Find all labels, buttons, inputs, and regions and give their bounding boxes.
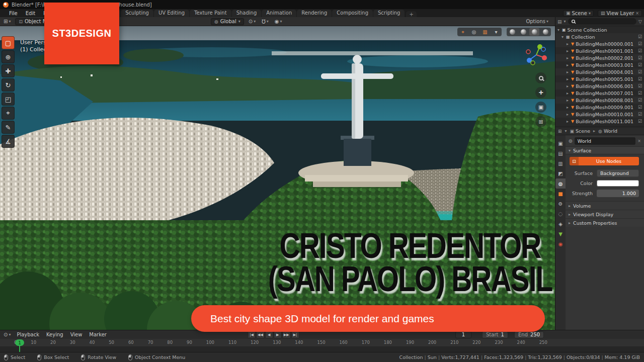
checkbox-icon[interactable]: ☑ <box>638 55 642 60</box>
disclosure-icon[interactable]: ▸ <box>567 56 571 60</box>
viewport-tool-button[interactable]: ⊕ <box>2 50 15 63</box>
checkbox-icon[interactable]: ☑ <box>638 83 642 88</box>
scene-selector[interactable]: ▣ Scene ▾ <box>563 10 594 17</box>
camera-view-button[interactable]: ▣ <box>535 102 546 113</box>
properties-tab[interactable]: ⚙ <box>555 199 566 209</box>
timeline-ruler[interactable]: 0102030405060708090100110120130140150160… <box>0 339 644 352</box>
checkbox-icon[interactable]: ☑ <box>638 62 642 67</box>
add-workspace-button[interactable]: + <box>406 11 416 17</box>
search-input[interactable] <box>578 19 634 24</box>
properties-tab[interactable]: ◩ <box>555 168 566 178</box>
wireframe-shading-button[interactable] <box>507 28 517 36</box>
workspace-tab[interactable]: Texture Paint <box>190 10 231 17</box>
snap-toggle[interactable]: Ω ▾ <box>260 19 270 24</box>
outliner-object-row[interactable]: ▸ ▼ BuildingMesh00010.001 ☑ <box>555 111 644 118</box>
outliner-search[interactable] <box>568 18 637 25</box>
outliner-object-row[interactable]: ▸ ▼ BuildingMesh00001.001 ☑ <box>555 47 644 54</box>
disclosure-icon[interactable]: ▾ <box>561 35 566 39</box>
viewport-toggle-button[interactable]: ◎ <box>469 28 479 36</box>
viewport-toggle-button[interactable]: ▥ <box>480 28 490 36</box>
close-icon[interactable]: × <box>635 11 639 16</box>
checkbox-icon[interactable]: ☑ <box>638 98 642 103</box>
outliner-object-row[interactable]: ▸ ▼ BuildingMesh00000.001 ☑ <box>555 40 644 47</box>
disclosure-icon[interactable]: ▸ <box>567 70 571 74</box>
playback-button[interactable]: ▶| <box>291 331 299 338</box>
color-swatch[interactable] <box>597 180 639 187</box>
pan-button[interactable]: ✚ <box>535 87 546 98</box>
disclosure-icon[interactable]: ▸ <box>567 91 571 96</box>
viewport-tool-button[interactable]: ⌖ <box>2 107 15 120</box>
viewport-toggle-button[interactable]: ▾ <box>491 28 501 36</box>
workspace-tab[interactable]: Animation <box>262 10 296 17</box>
disclosure-icon[interactable]: ▸ <box>567 84 571 88</box>
orientation-selector[interactable]: ◍ Global ▾ <box>211 18 244 25</box>
disclosure-icon[interactable]: ▸ <box>567 49 571 53</box>
surface-type-dropdown[interactable]: Background <box>597 169 639 177</box>
options-dropdown[interactable]: Options ▾ <box>524 19 550 24</box>
properties-tab[interactable]: ▥ <box>555 158 566 168</box>
properties-tab[interactable]: ◌ <box>555 209 566 219</box>
frame-end-field[interactable]: End 250 <box>514 331 544 338</box>
collapsed-panel-header[interactable]: ▸ Viewport Display <box>566 210 644 218</box>
checkbox-icon[interactable]: ☑ <box>638 69 642 74</box>
collapsed-panel-header[interactable]: ▸ Volume <box>566 201 644 210</box>
outliner-object-row[interactable]: ▸ ▼ BuildingMesh00006.001 ☑ <box>555 82 644 89</box>
close-icon[interactable]: × <box>637 139 641 143</box>
solid-shading-button[interactable] <box>518 28 528 36</box>
outliner-object-row[interactable]: ▸ ▼ BuildingMesh00011.001 ☑ <box>555 118 644 125</box>
outliner-object-row[interactable]: ▸ ▼ BuildingMesh00005.001 ☑ <box>555 75 644 82</box>
properties-editor-icon[interactable]: ⊞ <box>558 129 562 134</box>
outliner-object-row[interactable]: ▸ ▼ BuildingMesh00003.001 ☑ <box>555 61 644 68</box>
disclosure-icon[interactable]: ▸ <box>567 105 571 110</box>
navigation-gizmo[interactable] <box>525 43 548 66</box>
frame-start-field[interactable]: Start 1 <box>482 331 508 338</box>
outliner-collection-row[interactable]: ▾ ▦ Collection ☑ <box>555 33 644 40</box>
timeline-editor-selector[interactable]: ⊙ ▾ <box>2 332 12 337</box>
checkbox-icon[interactable]: ☑ <box>638 112 642 117</box>
checkbox-icon[interactable]: ☑ <box>638 90 642 96</box>
timeline-menu-item[interactable]: Playback <box>13 332 43 337</box>
properties-tab[interactable]: ▤ <box>555 148 566 158</box>
view-layer-selector[interactable]: ▤ View Layer × <box>598 10 642 17</box>
workspace-tab[interactable]: Sculpting <box>121 10 153 17</box>
proportional-editing-toggle[interactable]: ◉ ▾ <box>273 19 284 24</box>
checkbox-icon[interactable]: ☑ <box>638 76 642 81</box>
workspace-tab[interactable]: Rendering <box>297 10 332 17</box>
workspace-tab[interactable]: Compositing <box>332 10 373 17</box>
workspace-tab[interactable]: UV Editing <box>154 10 189 17</box>
outliner-object-row[interactable]: ▸ ▼ BuildingMesh00007.001 ☑ <box>555 89 644 97</box>
disclosure-icon[interactable]: ▾ <box>557 28 562 32</box>
menu-item[interactable]: Edit <box>22 11 39 16</box>
playback-button[interactable]: ◀◀ <box>256 331 265 338</box>
menu-item[interactable]: File <box>5 11 22 16</box>
viewport-tool-button[interactable]: ▢ <box>2 36 15 49</box>
properties-tab[interactable]: ◈ <box>555 219 566 229</box>
editor-type-selector[interactable]: ⊞ ▾ <box>2 19 12 24</box>
timeline-menu-item[interactable]: Marker <box>86 332 110 337</box>
disclosure-icon[interactable]: ▸ <box>567 42 571 46</box>
playback-button[interactable]: ▶▶ <box>282 331 291 338</box>
properties-tab[interactable]: ▣ <box>555 138 566 148</box>
use-nodes-button[interactable]: ⊡ Use Nodes <box>570 157 639 165</box>
workspace-tab[interactable]: Scripting <box>373 10 405 17</box>
world-name-field[interactable]: World <box>575 137 635 145</box>
disclosure-icon[interactable]: ▸ <box>567 112 571 117</box>
current-frame-field[interactable]: 1 <box>455 331 471 338</box>
timeline-menu-item[interactable]: Keying <box>43 332 67 337</box>
properties-tab[interactable]: ◍ <box>555 178 566 189</box>
viewport-tool-button[interactable]: ∡ <box>2 135 15 148</box>
checkbox-icon[interactable]: ☑ <box>638 119 642 124</box>
playback-button[interactable]: |◀ <box>248 331 256 338</box>
viewport-tool-button[interactable]: ◰ <box>2 93 15 106</box>
breadcrumb-scene[interactable]: ▣ Scene <box>570 128 590 134</box>
strength-value-field[interactable]: 1.000 <box>597 190 639 197</box>
timeline-menu-item[interactable]: View <box>67 332 86 337</box>
breadcrumb-world[interactable]: ◍ World <box>598 128 617 134</box>
zoom-button[interactable] <box>535 72 546 83</box>
outliner-object-row[interactable]: ▸ ▼ BuildingMesh00004.001 ☑ <box>555 68 644 75</box>
viewport-toggle-button[interactable]: ⌖ <box>458 28 468 36</box>
outliner-editor-icon[interactable]: ▤ <box>557 19 562 24</box>
outliner-object-row[interactable]: ▸ ▼ BuildingMesh00008.001 ☑ <box>555 97 644 104</box>
outliner-object-row[interactable]: ▸ ▼ BuildingMesh00002.001 ☑ <box>555 54 644 61</box>
outliner-object-row[interactable]: ▸ ▼ BuildingMesh00009.001 ☑ <box>555 104 644 111</box>
